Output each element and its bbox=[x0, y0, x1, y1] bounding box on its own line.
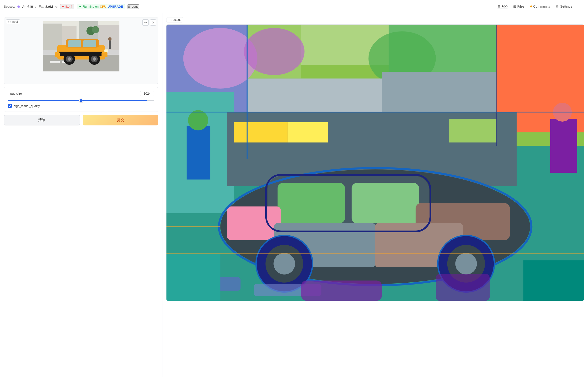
action-buttons: 清除 提交 bbox=[4, 115, 158, 125]
svg-rect-69 bbox=[166, 254, 220, 301]
space-name: FastSAM bbox=[39, 5, 53, 9]
nav-app-label: App bbox=[502, 4, 507, 8]
svg-rect-54 bbox=[227, 206, 281, 240]
space-status-dot bbox=[17, 5, 20, 8]
clear-image-button[interactable]: ✕ bbox=[150, 19, 156, 25]
svg-rect-25 bbox=[109, 40, 111, 49]
svg-rect-51 bbox=[277, 183, 345, 223]
input-size-label: input_size bbox=[8, 92, 22, 95]
nav-files-label: Files bbox=[517, 5, 524, 8]
svg-point-26 bbox=[108, 37, 112, 41]
svg-rect-9 bbox=[50, 61, 60, 63]
svg-rect-14 bbox=[83, 40, 96, 47]
output-segmentation-svg bbox=[166, 25, 584, 301]
community-dot bbox=[530, 5, 532, 7]
like-count: 4 bbox=[70, 5, 72, 8]
input-label: ⬚ input bbox=[6, 19, 20, 24]
more-menu-button[interactable]: ⋮ bbox=[578, 3, 584, 10]
image-icon: ⬚ bbox=[8, 20, 11, 24]
svg-rect-47 bbox=[550, 119, 577, 173]
nav-app[interactable]: ⊞ App bbox=[497, 4, 507, 9]
high-quality-checkbox[interactable] bbox=[8, 104, 12, 108]
high-quality-label[interactable]: high_visual_quality bbox=[14, 104, 40, 108]
cpu-label: CPU bbox=[100, 5, 106, 8]
copy-icon[interactable]: ⧉ bbox=[55, 5, 58, 8]
svg-rect-72 bbox=[436, 274, 490, 301]
controls-box: input_size 1024 high_visual_quality bbox=[4, 87, 158, 112]
svg-rect-13 bbox=[68, 40, 81, 47]
svg-rect-18 bbox=[104, 49, 108, 52]
svg-point-7 bbox=[92, 26, 99, 33]
plus-icon: ✦ bbox=[79, 5, 81, 8]
input-size-value: 1024 bbox=[140, 91, 154, 96]
nav-community[interactable]: Community bbox=[530, 5, 550, 9]
separator: / bbox=[35, 5, 36, 9]
svg-rect-42 bbox=[234, 122, 288, 143]
files-icon: ⊟ bbox=[513, 5, 516, 8]
input-image-area bbox=[4, 17, 158, 73]
space-owner: An-619 bbox=[22, 5, 33, 9]
settings-icon: ⚙ bbox=[556, 5, 559, 8]
svg-rect-44 bbox=[449, 119, 496, 143]
output-image-box bbox=[166, 24, 584, 301]
svg-rect-70 bbox=[523, 260, 584, 301]
nav-settings-label: Settings bbox=[560, 5, 572, 8]
submit-button[interactable]: 提交 bbox=[83, 115, 159, 125]
logs-button[interactable]: ⊟ Logs bbox=[127, 4, 139, 9]
upgrade-label: UPGRADE bbox=[107, 5, 123, 8]
svg-point-35 bbox=[244, 28, 304, 75]
svg-point-21 bbox=[68, 57, 71, 61]
svg-point-24 bbox=[93, 57, 96, 61]
svg-rect-71 bbox=[301, 281, 382, 301]
edit-image-button[interactable]: ✏ bbox=[142, 19, 149, 25]
app-icon: ⊞ bbox=[497, 4, 500, 8]
input-image-box: ⬚ input ✏ ✕ bbox=[4, 17, 158, 84]
svg-rect-43 bbox=[288, 122, 328, 143]
like-button[interactable]: ♥ like 4 bbox=[60, 4, 74, 9]
clear-button[interactable]: 清除 bbox=[4, 115, 80, 125]
output-label: ⬚ output bbox=[166, 17, 183, 23]
svg-rect-17 bbox=[55, 52, 60, 57]
svg-point-64 bbox=[455, 253, 477, 274]
svg-rect-45 bbox=[187, 126, 210, 180]
logs-label: Logs bbox=[132, 5, 138, 8]
svg-point-46 bbox=[188, 110, 208, 130]
input-size-slider[interactable] bbox=[8, 100, 154, 101]
nav-settings[interactable]: ⚙ Settings bbox=[556, 5, 572, 9]
heart-icon: ♥ bbox=[62, 5, 64, 8]
svg-point-61 bbox=[274, 253, 295, 274]
running-badge[interactable]: ✦ Running on CPU UPGRADE bbox=[77, 4, 125, 9]
output-icon: ⬚ bbox=[169, 18, 172, 22]
svg-rect-16 bbox=[102, 52, 107, 57]
running-text: Running on bbox=[83, 5, 99, 8]
logs-icon: ⊟ bbox=[128, 5, 131, 8]
nav-files[interactable]: ⊟ Files bbox=[513, 5, 524, 9]
nav-community-label: Community bbox=[533, 5, 550, 8]
like-label: like bbox=[65, 5, 70, 8]
svg-rect-52 bbox=[352, 183, 419, 223]
spaces-label: Spaces: bbox=[4, 5, 15, 8]
image-controls: ✏ ✕ bbox=[142, 19, 156, 25]
input-car-svg bbox=[43, 21, 119, 71]
